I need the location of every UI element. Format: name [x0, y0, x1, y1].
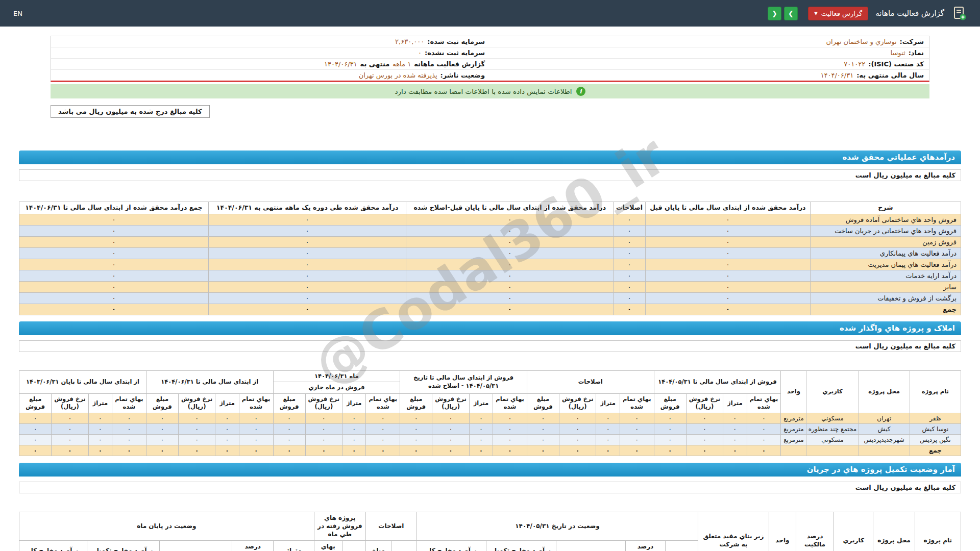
table-cell: ۰ — [273, 434, 305, 445]
table-cell: ۰ — [614, 292, 646, 304]
period-ending-value: ۱۴۰۴/۰۶/۳۱ — [324, 60, 357, 68]
table-row: فروش زمین۰۰۰۰۰ — [19, 236, 961, 247]
table-cell: ۰ — [469, 445, 493, 456]
prev-report-button[interactable]: ❮ — [768, 7, 781, 20]
table-cell: ۰ — [406, 304, 614, 315]
column-header: بهاي تمام شده — [493, 393, 527, 413]
group-header: اصلاحات — [366, 512, 417, 540]
table-cell: ۰ — [645, 236, 810, 247]
table-cell: ۰ — [406, 292, 614, 304]
column-header: واحد — [769, 512, 796, 551]
unregistered-capital-label: سرمایه ثبت نشده: — [425, 49, 485, 57]
table-cell: ۰ — [645, 225, 810, 236]
table-cell: ۰ — [305, 434, 342, 445]
table-cell: ۰ — [432, 445, 469, 456]
table-cell: ۰ — [178, 423, 215, 434]
column-header: برآورد مخارج تکمیل پروژه — [486, 540, 556, 551]
unregistered-capital-field: سرمایه ثبت نشده: ۰ — [51, 47, 490, 58]
column-header: نرخ فروش (ریال) — [432, 393, 469, 413]
table-cell: ۰ — [654, 434, 686, 445]
table-cell: مترمربع — [781, 434, 806, 445]
table-row: جمع۰۰۰۰۰۰۰۰۰۰۰۰۰۰۰۰۰۰۰۰۰۰۰۰ — [19, 445, 961, 456]
report-type-button[interactable]: گزارش فعالیت ▼ — [808, 7, 868, 20]
registered-capital-label: سرمایه ثبت شده: — [427, 38, 485, 45]
table-cell: ۰ — [654, 445, 686, 456]
column-header: متراژ — [88, 393, 112, 413]
column-header: کاربري — [806, 370, 859, 413]
table-cell: ۰ — [215, 445, 239, 456]
table-cell: ۰ — [400, 423, 432, 434]
table-cell: ۰ — [400, 413, 432, 423]
symbol-value: ثنوسا — [891, 49, 905, 57]
progress-group-header-row: نام پروژه محل پروژه کاربري درصد مالکیت و… — [19, 512, 961, 540]
language-toggle[interactable]: EN — [13, 10, 22, 17]
table-cell: ۰ — [406, 281, 614, 292]
table-cell: ۰ — [342, 413, 366, 423]
column-header: بهاي تمام شده — [239, 393, 273, 413]
table-cell: ۰ — [747, 445, 781, 456]
table-cell: ۰ — [19, 434, 52, 445]
table-cell: ۰ — [208, 225, 406, 236]
column-header: نرخ فروش (ریال) — [52, 393, 88, 413]
table-cell: ۰ — [527, 413, 559, 423]
table-cell: ۰ — [527, 445, 559, 456]
table-cell: ۰ — [432, 423, 469, 434]
column-header: مبلغ مخارج — [366, 540, 391, 551]
table-cell: ۰ — [406, 225, 614, 236]
table-cell: ۰ — [432, 434, 469, 445]
table-cell: ۰ — [305, 413, 342, 423]
report-icon — [951, 6, 967, 21]
table-cell: ۰ — [620, 445, 654, 456]
next-report-button[interactable]: ❯ — [784, 7, 798, 20]
table-cell: ۰ — [432, 413, 469, 423]
registered-capital-field: سرمایه ثبت شده: ۲,۶۳۰,۰۰۰ — [51, 36, 490, 47]
column-header: بهاي تمام شده — [620, 393, 654, 413]
column-header: برآورد مخارج کل پروژه — [19, 540, 87, 551]
group-header: فروش در ماه جاري — [273, 382, 400, 394]
report-type-label: گزارش فعالیت — [821, 10, 862, 17]
table-cell: ۰ — [88, 434, 112, 445]
isic-field: کد صنعت (ISIC): ۷۰۱۰۲۲ — [490, 59, 929, 69]
info-row: شرکت: نوسازي و ساختمان تهران سرمایه ثبت … — [51, 36, 929, 47]
table-cell: ۰ — [19, 423, 52, 434]
table-cell: ۰ — [614, 281, 646, 292]
column-header: کاربري — [834, 512, 873, 551]
table-cell: ۰ — [686, 423, 723, 434]
table-cell: فروش زمین — [810, 236, 961, 247]
column-header: متراژ — [215, 393, 239, 413]
table-cell: مجتمع چند منظوره — [806, 423, 859, 434]
issuer-status-field: وضعیت ناشر: پذیرفته شده در بورس تهران — [51, 70, 490, 81]
column-header: بهاي تمام شده — [112, 393, 146, 413]
symbol-label: نماد: — [909, 49, 924, 57]
revenue-header-row: شرح درآمد محقق شده از ابتداي سال مالي تا… — [19, 202, 961, 214]
group-header: از ابتداي سال مالي تا پایان ۱۴۰۳/۰۶/۳۱ — [19, 370, 146, 393]
company-info-panel: شرکت: نوسازي و ساختمان تهران سرمایه ثبت … — [51, 36, 929, 82]
table-cell: ۰ — [596, 445, 620, 456]
table-cell: ۰ — [614, 236, 646, 247]
revenue-section: درآمدهاي عملياتي محقق شده کلیه مبالغ به … — [19, 151, 961, 315]
table-cell: ۰ — [559, 413, 596, 423]
company-name: نوسازي و ساختمان تهران — [826, 38, 897, 45]
table-cell: برگشت از فروش و تخفیفات — [810, 292, 961, 304]
table-cell: ۰ — [88, 413, 112, 423]
table-cell: ۰ — [645, 304, 810, 315]
table-cell: ۰ — [112, 423, 146, 434]
column-header: بهاي تمام شده — [314, 540, 342, 551]
column-header: اصلاحات — [614, 202, 646, 214]
report-period-field: گزارش فعالیت ماهانه ۱ ماهه منتهی به ۱۴۰۴… — [51, 59, 490, 69]
table-cell: ۰ — [52, 434, 88, 445]
column-header: متراژ — [469, 393, 493, 413]
table-cell: ۰ — [686, 413, 723, 423]
table-cell: ۰ — [596, 423, 620, 434]
column-header: نام پروژه — [915, 512, 961, 551]
column-header: نرخ فروش (ریال) — [178, 393, 215, 413]
table-cell: ۰ — [19, 445, 52, 456]
progress-table: نام پروژه محل پروژه کاربري درصد مالکیت و… — [19, 512, 961, 551]
table-cell: ۰ — [723, 423, 747, 434]
column-header: نرخ فروش (ریال) — [686, 393, 723, 413]
table-cell: ۰ — [559, 423, 596, 434]
column-header: برآورد مخارج تکمیل پروژه — [87, 540, 159, 551]
column-header: درصد پیشرفت فیزیکی — [232, 540, 274, 551]
column-header: درآمد محقق شده طي دوره یک ماهه منتهی به … — [208, 202, 406, 214]
table-cell: ۰ — [178, 413, 215, 423]
